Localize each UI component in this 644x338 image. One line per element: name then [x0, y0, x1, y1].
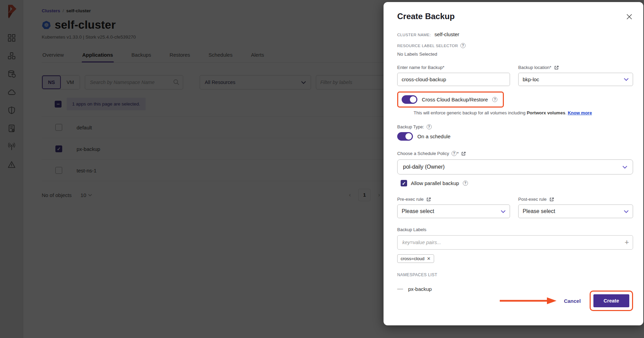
cross-cloud-label: Cross Cloud Backup/Restore — [422, 97, 488, 102]
cross-cloud-toggle[interactable] — [402, 95, 417, 104]
required-mark: * — [457, 151, 459, 156]
schedule-policy-select[interactable]: pol-daily (Owner) — [397, 159, 633, 174]
annotation-arrow-icon — [499, 297, 557, 305]
backup-name-input[interactable] — [397, 73, 510, 86]
helper-bold: Portworx volumes — [527, 110, 565, 115]
pre-exec-label: Pre-exec rule — [397, 197, 424, 202]
cluster-name-label: CLUSTER NAME: — [397, 33, 431, 37]
drawer-title: Create Backup — [397, 12, 455, 21]
add-label-icon[interactable]: + — [625, 238, 629, 247]
backup-location-value: bkp-loc — [523, 76, 539, 82]
external-link-icon[interactable] — [554, 65, 559, 70]
chip-text: cross=cloud — [401, 256, 425, 261]
cancel-button[interactable]: Cancel — [564, 298, 581, 304]
remove-chip-icon[interactable]: ✕ — [427, 256, 431, 261]
backup-labels-input[interactable] — [397, 235, 633, 250]
backup-type-label: Backup Type: — [397, 124, 424, 129]
no-labels-text: No Labels Selected — [397, 52, 633, 57]
help-icon[interactable]: ? — [427, 124, 432, 129]
cross-cloud-highlight-box: Cross Cloud Backup/Restore ? — [397, 91, 504, 108]
namespaces-list-label: NAMESPACES LIST — [397, 272, 633, 277]
resource-label-selector-label: RESOURCE LABEL SELECTOR — [397, 44, 458, 48]
pre-exec-select[interactable]: Please select — [397, 205, 510, 218]
create-button-highlight: Create — [590, 291, 633, 311]
cross-cloud-helper-text: This will enforce generic backup for all… — [414, 110, 633, 115]
help-icon[interactable]: ? — [460, 43, 466, 48]
post-exec-label: Post-exec rule — [518, 197, 547, 202]
allow-parallel-label: Allow parallel backup — [411, 180, 459, 186]
backup-location-label: Backup location* — [518, 65, 551, 70]
help-icon[interactable]: ? — [492, 97, 497, 102]
external-link-icon[interactable] — [549, 197, 554, 202]
chevron-down-icon — [622, 166, 627, 169]
external-link-icon[interactable] — [426, 197, 431, 202]
backup-labels-label: Backup Labels — [397, 227, 633, 232]
helper-prefix: This will enforce generic backup for all… — [414, 110, 527, 115]
namespace-item-name: px-backup — [408, 286, 432, 292]
cluster-name-value: self-cluster — [434, 31, 459, 37]
create-backup-drawer: Create Backup CLUSTER NAME: self-cluster… — [384, 2, 643, 325]
schedule-policy-value: pol-daily (Owner) — [403, 164, 445, 170]
post-exec-value: Please select — [523, 208, 555, 214]
dash-icon: — — [397, 285, 403, 292]
close-icon[interactable] — [626, 13, 633, 20]
label-chip: cross=cloud ✕ — [397, 254, 434, 263]
know-more-link[interactable]: Know more — [568, 110, 592, 115]
external-link-icon[interactable] — [461, 151, 466, 156]
schedule-toggle[interactable] — [397, 132, 413, 141]
chevron-down-icon — [501, 210, 506, 213]
schedule-toggle-label: On a schedule — [417, 133, 451, 139]
backup-name-label: Enter name for Backup* — [397, 65, 510, 70]
helper-suffix: . — [565, 110, 568, 115]
create-button[interactable]: Create — [593, 294, 629, 307]
allow-parallel-checkbox[interactable] — [401, 180, 407, 186]
backup-location-select[interactable]: bkp-loc — [518, 73, 633, 86]
schedule-policy-label: Choose a Schedule Policy — [397, 151, 449, 156]
help-icon[interactable]: ? — [463, 181, 468, 186]
pre-exec-value: Please select — [402, 208, 434, 214]
help-icon[interactable]: ? — [452, 151, 457, 156]
chevron-down-icon — [624, 210, 629, 213]
chevron-down-icon — [624, 78, 629, 81]
post-exec-select[interactable]: Please select — [518, 205, 633, 218]
